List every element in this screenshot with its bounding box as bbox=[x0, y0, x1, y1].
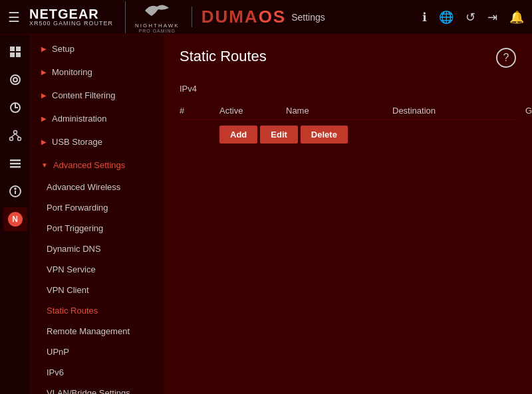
netgear-logo: NETGEAR XR500 GAMING ROUTER bbox=[29, 7, 113, 27]
nav-setup-label: Setup bbox=[52, 44, 74, 54]
brand-model: XR500 GAMING ROUTER bbox=[29, 21, 113, 27]
arrow-icon: ▶ bbox=[41, 68, 47, 76]
nav-remote-management-label: Remote Management bbox=[47, 326, 130, 336]
nav-port-forwarding[interactable]: Port Forwarding bbox=[31, 197, 164, 218]
svg-point-4 bbox=[11, 75, 20, 84]
header-left: ☰ NETGEAR XR500 GAMING ROUTER NIGHTHAWK … bbox=[8, 1, 325, 33]
ipv4-label: IPv4 bbox=[180, 84, 516, 94]
nav-dynamic-dns-label: Dynamic DNS bbox=[47, 244, 101, 254]
nav-static-routes[interactable]: Static Routes bbox=[31, 300, 164, 321]
svg-point-8 bbox=[9, 138, 13, 141]
icon-network[interactable] bbox=[3, 124, 27, 148]
col-destination: Destination bbox=[392, 106, 525, 116]
page-header: Static Routes ? bbox=[180, 48, 516, 68]
svg-rect-12 bbox=[10, 159, 21, 161]
nighthawk-logo: NIGHTHAWK PRO GAMING bbox=[125, 1, 180, 33]
svg-point-17 bbox=[15, 188, 16, 189]
svg-point-5 bbox=[13, 78, 17, 82]
bell-icon[interactable]: 🔔 bbox=[509, 10, 524, 25]
nav-static-routes-label: Static Routes bbox=[47, 306, 98, 316]
nav-administration[interactable]: ▶ Administration bbox=[31, 107, 164, 130]
nav-setup[interactable]: ▶ Setup bbox=[31, 37, 164, 60]
duma-section: DUMAOS Settings bbox=[192, 7, 325, 27]
svg-rect-3 bbox=[16, 52, 21, 57]
svg-point-9 bbox=[17, 138, 21, 141]
icon-monitoring[interactable] bbox=[3, 68, 27, 92]
header: ☰ NETGEAR XR500 GAMING ROUTER NIGHTHAWK … bbox=[0, 0, 532, 35]
nav-vpn-client[interactable]: VPN Client bbox=[31, 280, 164, 300]
nav-usb-storage-label: USB Storage bbox=[52, 137, 102, 147]
nav-vpn-service-label: VPN Service bbox=[47, 264, 96, 274]
brand-name: NETGEAR bbox=[29, 7, 113, 21]
nav-usb-storage[interactable]: ▶ USB Storage bbox=[31, 130, 164, 153]
nav-upnp[interactable]: UPnP bbox=[31, 342, 164, 362]
action-buttons: Add Edit Delete bbox=[219, 126, 516, 144]
col-hash: # bbox=[180, 106, 219, 116]
globe-icon[interactable]: 🌐 bbox=[439, 10, 454, 25]
icon-info[interactable] bbox=[3, 179, 27, 203]
arrow-icon: ▶ bbox=[41, 115, 47, 122]
nav-advanced-settings-label: Advanced Settings bbox=[53, 160, 125, 170]
n-badge: N bbox=[8, 212, 23, 227]
sidebar-nav: ▶ Setup ▶ Monitoring ▶ Content Filtering… bbox=[31, 35, 164, 394]
nav-advanced-settings[interactable]: ▼ Advanced Settings bbox=[31, 153, 164, 177]
svg-rect-1 bbox=[16, 47, 21, 51]
nav-remote-management[interactable]: Remote Management bbox=[31, 321, 164, 342]
arrow-icon: ▶ bbox=[41, 138, 47, 146]
nav-upnp-label: UPnP bbox=[47, 347, 69, 357]
sidebar-icons: N bbox=[0, 35, 31, 394]
nav-vlan-bridge[interactable]: VLAN/Bridge Settings bbox=[31, 383, 164, 394]
nav-dynamic-dns[interactable]: Dynamic DNS bbox=[31, 239, 164, 259]
nav-port-triggering-label: Port Triggering bbox=[47, 223, 103, 233]
svg-rect-2 bbox=[10, 52, 15, 57]
nav-monitoring[interactable]: ▶ Monitoring bbox=[31, 60, 164, 84]
icon-list[interactable] bbox=[3, 151, 27, 175]
icon-dashboard[interactable] bbox=[3, 40, 27, 64]
main-body: N ▶ Setup ▶ Monitoring ▶ Content Filteri… bbox=[0, 35, 532, 394]
icon-n[interactable]: N bbox=[3, 207, 27, 231]
nav-administration-label: Administration bbox=[52, 114, 106, 124]
nav-advanced-wireless-label: Advanced Wireless bbox=[47, 182, 120, 192]
arrow-icon: ▶ bbox=[41, 45, 47, 52]
nighthawk-sub: PRO GAMING bbox=[139, 29, 176, 33]
refresh-icon[interactable]: ↺ bbox=[466, 10, 475, 25]
svg-rect-0 bbox=[10, 47, 15, 51]
nighthawk-name: NIGHTHAWK bbox=[135, 23, 180, 29]
nav-monitoring-label: Monitoring bbox=[52, 67, 92, 77]
duma-logo: DUMAOS bbox=[201, 7, 287, 27]
edit-button[interactable]: Edit bbox=[260, 126, 298, 144]
col-name: Name bbox=[286, 106, 392, 116]
col-active: Active bbox=[219, 106, 286, 116]
svg-rect-14 bbox=[10, 166, 21, 168]
arrow-icon: ▶ bbox=[41, 92, 47, 99]
nav-content-filtering[interactable]: ▶ Content Filtering bbox=[31, 84, 164, 107]
svg-rect-13 bbox=[10, 163, 21, 165]
nav-ipv6-label: IPv6 bbox=[47, 367, 64, 377]
nighthawk-bird-icon bbox=[144, 1, 170, 23]
logout-icon[interactable]: ⇥ bbox=[487, 10, 497, 25]
nav-vpn-client-label: VPN Client bbox=[47, 285, 89, 295]
nav-ipv6[interactable]: IPv6 bbox=[31, 362, 164, 383]
settings-label: Settings bbox=[291, 12, 325, 23]
nav-vpn-service[interactable]: VPN Service bbox=[31, 259, 164, 280]
svg-line-10 bbox=[11, 134, 15, 138]
nav-content-filtering-label: Content Filtering bbox=[52, 90, 115, 100]
info-header-icon[interactable]: ℹ bbox=[422, 10, 427, 25]
hamburger-icon[interactable]: ☰ bbox=[8, 9, 20, 25]
col-gateway: Gateway bbox=[525, 106, 532, 116]
nav-vlan-bridge-label: VLAN/Bridge Settings bbox=[47, 388, 130, 394]
table-header: # Active Name Destination Gateway bbox=[180, 102, 516, 120]
help-icon[interactable]: ? bbox=[496, 48, 516, 68]
header-right: ℹ 🌐 ↺ ⇥ 🔔 bbox=[422, 10, 524, 25]
svg-line-11 bbox=[15, 134, 19, 138]
arrow-down-icon: ▼ bbox=[41, 161, 48, 169]
nav-port-triggering[interactable]: Port Triggering bbox=[31, 218, 164, 239]
delete-button[interactable]: Delete bbox=[301, 126, 348, 144]
nav-port-forwarding-label: Port Forwarding bbox=[47, 203, 108, 213]
add-button[interactable]: Add bbox=[219, 126, 257, 144]
icon-target[interactable] bbox=[3, 96, 27, 120]
nav-advanced-wireless[interactable]: Advanced Wireless bbox=[31, 177, 164, 197]
svg-point-7 bbox=[13, 131, 17, 134]
content-area: Static Routes ? IPv4 # Active Name Desti… bbox=[164, 35, 532, 394]
page-title: Static Routes bbox=[180, 48, 267, 65]
